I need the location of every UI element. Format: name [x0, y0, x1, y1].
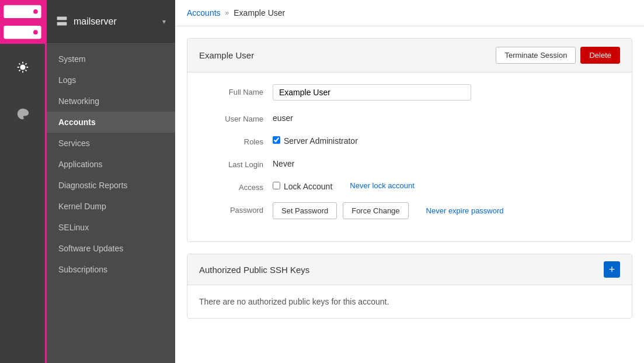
main-content: Accounts » Example User Example User Ter… — [175, 0, 644, 363]
user-name-row: User Name euser — [205, 111, 614, 123]
full-name-value — [273, 84, 614, 101]
sidebar: mailserver ▾ System Logs Networking Acco… — [47, 0, 175, 363]
ssh-card: Authorized Public SSH Keys + There are n… — [187, 254, 632, 319]
never-expire-link[interactable]: Never expire password — [426, 206, 504, 215]
full-name-label: Full Name — [205, 84, 263, 96]
access-value: Lock Account Never lock account — [273, 179, 614, 191]
breadcrumb-accounts-link[interactable]: Accounts — [187, 8, 221, 18]
svg-point-4 — [20, 64, 25, 70]
dashboard-icon-item[interactable] — [0, 50, 45, 85]
user-card: Example User Terminate Session Delete Fu… — [187, 38, 632, 242]
sidebar-item-software-updates[interactable]: Software Updates — [47, 238, 175, 259]
user-card-body: Full Name User Name euser Roles — [187, 72, 632, 241]
access-row: Access Lock Account Never lock account — [205, 179, 614, 192]
sidebar-item-applications[interactable]: Applications — [47, 154, 175, 175]
svg-point-3 — [33, 30, 38, 34]
sidebar-server-icon — [56, 15, 68, 29]
ssh-card-title: Authorized Public SSH Keys — [199, 265, 309, 275]
sidebar-item-system[interactable]: System — [47, 49, 175, 70]
svg-rect-9 — [57, 22, 67, 25]
lock-account-checkbox[interactable] — [273, 182, 280, 189]
roles-label: Roles — [205, 134, 263, 146]
palette-icon — [16, 108, 29, 120]
user-name-value: euser — [273, 111, 614, 123]
password-row: Password Set Password Force Change Never… — [205, 202, 614, 219]
role-checkbox-row: Server Administrator — [273, 134, 358, 146]
sidebar-item-logs[interactable]: Logs — [47, 70, 175, 91]
password-label: Password — [205, 202, 263, 215]
roles-row: Roles Server Administrator — [205, 134, 614, 146]
roles-value: Server Administrator — [273, 134, 614, 146]
sidebar-item-selinux[interactable]: SELinux — [47, 217, 175, 238]
sidebar-item-kernel-dump[interactable]: Kernel Dump — [47, 196, 175, 217]
delete-button[interactable]: Delete — [580, 47, 620, 64]
sidebar-item-subscriptions[interactable]: Subscriptions — [47, 259, 175, 280]
lock-account-row: Lock Account — [273, 179, 332, 191]
sidebar-chevron-icon[interactable]: ▾ — [162, 18, 166, 26]
server-admin-label: Server Administrator — [284, 134, 358, 146]
user-name-label: User Name — [205, 111, 263, 123]
full-name-input[interactable] — [273, 84, 471, 101]
main-body: Example User Terminate Session Delete Fu… — [175, 26, 644, 330]
sidebar-item-networking[interactable]: Networking — [47, 91, 175, 112]
force-change-button[interactable]: Force Change — [343, 202, 408, 219]
palette-icon-item[interactable] — [0, 96, 45, 132]
last-login-row: Last Login Never — [205, 157, 614, 169]
breadcrumb-separator: » — [225, 9, 229, 17]
add-ssh-key-button[interactable]: + — [604, 261, 620, 278]
user-card-actions: Terminate Session Delete — [496, 47, 620, 64]
svg-rect-8 — [57, 16, 67, 20]
never-lock-link[interactable]: Never lock account — [350, 181, 415, 190]
last-login-label: Last Login — [205, 157, 263, 169]
sidebar-item-services[interactable]: Services — [47, 133, 175, 154]
breadcrumb-current: Example User — [234, 8, 285, 18]
sidebar-item-diagnostic-reports[interactable]: Diagnostic Reports — [47, 175, 175, 196]
sidebar-nav: System Logs Networking Accounts Services… — [47, 44, 175, 363]
set-password-button[interactable]: Set Password — [273, 202, 337, 219]
icon-bar — [0, 0, 47, 363]
lock-account-label: Lock Account — [284, 179, 332, 191]
breadcrumb: Accounts » Example User — [175, 0, 644, 26]
ssh-empty-message: There are no authorized public keys for … — [187, 285, 632, 318]
full-name-row: Full Name — [205, 84, 614, 101]
ssh-card-header: Authorized Public SSH Keys + — [187, 254, 632, 285]
user-name-text: euser — [273, 111, 293, 123]
last-login-value: Never — [273, 157, 614, 168]
sidebar-server-name: mailserver — [74, 16, 156, 27]
icon-bar-logo — [0, 0, 45, 44]
sidebar-item-accounts[interactable]: Accounts — [47, 112, 175, 133]
server-icon — [0, 0, 45, 44]
access-label: Access — [205, 179, 263, 192]
user-card-header: Example User Terminate Session Delete — [187, 39, 632, 72]
server-admin-checkbox[interactable] — [273, 136, 280, 144]
terminate-session-button[interactable]: Terminate Session — [496, 47, 576, 64]
user-card-title: Example User — [199, 50, 254, 60]
svg-point-2 — [33, 9, 38, 14]
sidebar-header: mailserver ▾ — [47, 0, 175, 44]
password-value: Set Password Force Change Never expire p… — [273, 202, 614, 219]
last-login-text: Never — [273, 157, 294, 168]
dashboard-icon — [16, 61, 29, 74]
